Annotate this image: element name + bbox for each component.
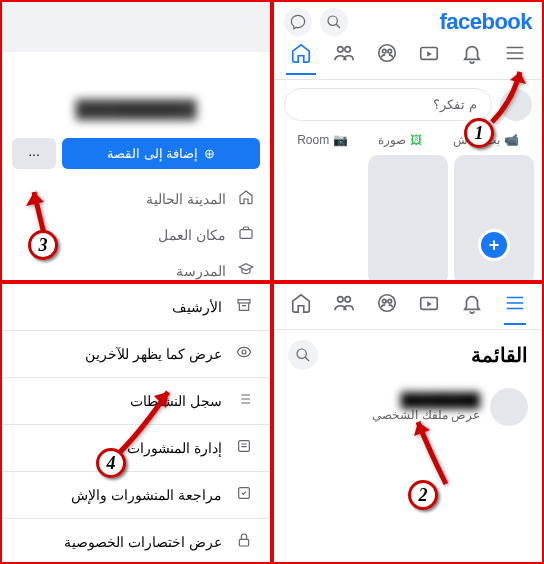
svg-point-18 xyxy=(345,297,351,303)
tab-home[interactable] xyxy=(290,292,312,325)
cover-area xyxy=(2,2,270,52)
svg-rect-14 xyxy=(239,539,248,546)
tab-menu[interactable] xyxy=(504,292,526,325)
panel-menu: القائمة ████████ عرض ملفك الشخصي 2 xyxy=(272,282,544,564)
svg-point-2 xyxy=(328,16,337,25)
menu-archive[interactable]: الأرشيف xyxy=(2,284,270,331)
tab-friends[interactable] xyxy=(333,292,355,325)
archive-icon xyxy=(234,297,254,317)
menu-view-as[interactable]: عرض كما يظهر للآخرين xyxy=(2,331,270,378)
camera-icon: 📹 xyxy=(504,133,519,147)
svg-point-6 xyxy=(382,49,386,53)
action-photo[interactable]: 🖼صورة xyxy=(378,133,422,147)
messenger-icon[interactable] xyxy=(284,8,312,36)
profile-name: ████████ xyxy=(372,392,480,408)
more-button[interactable]: ··· xyxy=(12,138,56,169)
panel-profile: ██████████ ⊕ إضافة إلى القصة ··· المدينة… xyxy=(0,0,272,282)
tab-watch[interactable] xyxy=(414,42,444,75)
composer-input[interactable]: م تفكر؟ xyxy=(284,88,492,121)
svg-point-7 xyxy=(388,49,392,53)
video-icon: 📷 xyxy=(333,133,348,147)
plus-icon: ⊕ xyxy=(204,146,215,161)
menu-review[interactable]: مراجعة المنشورات والإش xyxy=(2,472,270,519)
panel-menu-list: الأرشيف عرض كما يظهر للآخرين سجل النشاطا… xyxy=(0,282,272,564)
facebook-logo: facebook xyxy=(439,9,532,35)
menu-privacy[interactable]: عرض اختصارات الخصوصية xyxy=(2,519,270,564)
svg-point-19 xyxy=(378,295,395,312)
tab-friends[interactable] xyxy=(329,42,359,75)
svg-point-21 xyxy=(388,299,392,303)
panel-feed: facebook م تفكر؟ 📹بث مباش 🖼صورة 📷Room xyxy=(272,0,544,282)
svg-point-5 xyxy=(378,45,395,62)
svg-point-11 xyxy=(242,350,246,354)
arrow-4 xyxy=(112,380,182,460)
add-story-button[interactable]: ⊕ إضافة إلى القصة xyxy=(62,138,260,169)
profile-row[interactable]: ████████ عرض ملفك الشخصي xyxy=(274,380,542,434)
lock-icon xyxy=(234,532,254,552)
eye-icon xyxy=(234,344,254,364)
svg-marker-1 xyxy=(26,192,44,206)
menu-title: القائمة xyxy=(471,343,528,367)
search-icon[interactable] xyxy=(320,8,348,36)
callout-4: 4 xyxy=(96,448,126,478)
tab-watch[interactable] xyxy=(418,292,440,325)
callout-3: 3 xyxy=(28,230,58,260)
action-room[interactable]: 📷Room xyxy=(297,133,348,147)
callout-1: 1 xyxy=(464,118,494,148)
story-item[interactable] xyxy=(368,155,448,282)
list-icon xyxy=(234,391,254,411)
tab-groups[interactable] xyxy=(372,42,402,75)
review-icon xyxy=(234,485,254,505)
home-icon xyxy=(236,189,256,209)
tab-home[interactable] xyxy=(286,42,316,75)
posts-icon xyxy=(234,438,254,458)
svg-point-20 xyxy=(382,299,386,303)
search-button[interactable] xyxy=(288,340,318,370)
avatar xyxy=(490,388,528,426)
svg-point-17 xyxy=(338,297,344,303)
image-icon: 🖼 xyxy=(410,133,422,147)
callout-2: 2 xyxy=(408,480,438,510)
svg-rect-10 xyxy=(238,300,250,303)
svg-rect-12 xyxy=(239,441,250,452)
story-create[interactable]: + xyxy=(454,155,534,282)
briefcase-icon xyxy=(236,225,256,245)
tab-notifications[interactable] xyxy=(461,292,483,325)
svg-rect-0 xyxy=(240,230,252,239)
svg-point-4 xyxy=(345,47,351,53)
plus-icon: + xyxy=(478,229,510,261)
svg-point-23 xyxy=(297,349,306,358)
info-school[interactable]: المدرسة xyxy=(16,253,256,282)
profile-name: ██████████ xyxy=(2,100,270,120)
tab-groups[interactable] xyxy=(376,292,398,325)
graduation-icon xyxy=(236,261,256,281)
svg-point-3 xyxy=(338,47,344,53)
